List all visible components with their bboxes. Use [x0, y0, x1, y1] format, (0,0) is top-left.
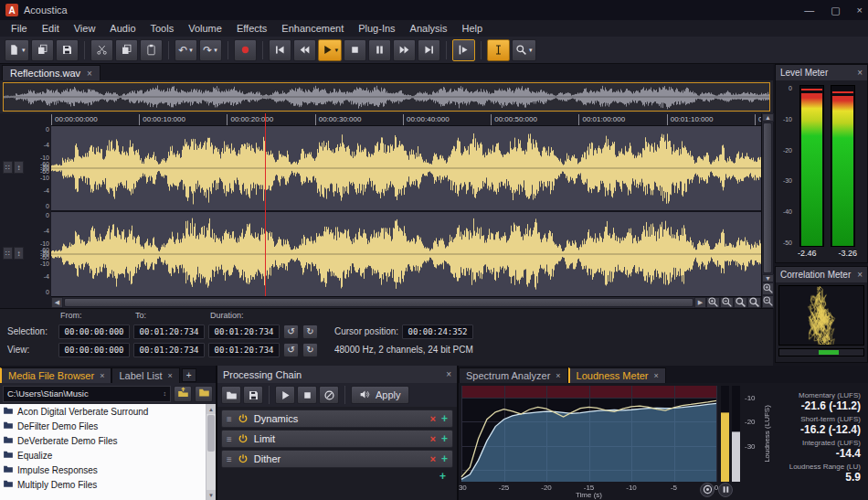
menu-item-analysis[interactable]: Analysis	[403, 20, 455, 37]
power-icon[interactable]	[238, 453, 249, 464]
selection-duration-field[interactable]: 00:01:20:734	[208, 324, 280, 339]
channel2-grip-icon[interactable]: ∷	[3, 247, 13, 260]
scroll-right-icon[interactable]: ▶	[694, 297, 706, 308]
horizontal-scroll-thumb[interactable]	[64, 298, 693, 307]
tab-media-file-browser[interactable]: Media File Browser ×	[0, 367, 111, 383]
play-from-cursor-button[interactable]	[452, 39, 475, 61]
menu-item-plugins[interactable]: Plug-Ins	[351, 20, 402, 37]
correlation-meter-close-icon[interactable]: ×	[857, 270, 863, 280]
selection-redo-button[interactable]: ↻	[302, 324, 318, 339]
cursor-position-field[interactable]: 00:00:24:352	[402, 324, 473, 339]
new-file-button[interactable]: ▾	[5, 39, 29, 61]
tab-label-list[interactable]: Label List ×	[111, 367, 179, 383]
media-folder-row[interactable]: Multiply Demo Files	[0, 477, 206, 492]
loudness-pause-button[interactable]	[718, 483, 733, 497]
media-tab-close-icon[interactable]: ×	[100, 371, 104, 380]
zoom-full-button[interactable]	[747, 297, 761, 308]
channel1-resize-icon[interactable]: ↕	[14, 161, 24, 174]
chain-bypass-button[interactable]	[319, 386, 339, 404]
vzoom-out-button[interactable]	[762, 295, 774, 308]
media-folder-row[interactable]: Acon Digital Verberate Surround	[0, 404, 206, 419]
media-folder-row[interactable]: DeVerberate Demo Files	[0, 433, 206, 448]
chain-item-limit[interactable]: ≡Limit×+	[221, 430, 453, 448]
level-meter-close-icon[interactable]: ×	[857, 68, 863, 78]
zoom-out-button[interactable]	[720, 297, 734, 308]
chain-open-button[interactable]	[221, 386, 241, 404]
media-path-combobox[interactable]: C:\Users\Stian\Music ↕	[3, 386, 171, 402]
paste-button[interactable]	[140, 39, 163, 61]
scroll-down-icon[interactable]: ▼	[762, 274, 774, 282]
channel1-grip-icon[interactable]: ∷	[3, 161, 13, 174]
zoom-in-button[interactable]	[706, 297, 720, 308]
add-effect-icon[interactable]: +	[441, 432, 448, 445]
view-duration-field[interactable]: 00:01:20:734	[208, 343, 280, 357]
media-scroll-thumb[interactable]	[207, 415, 215, 452]
tab-spectrum-analyzer[interactable]: Spectrum Analyzer ×	[459, 367, 568, 383]
save-button[interactable]	[56, 39, 79, 61]
chain-item-dither[interactable]: ≡Dither×+	[221, 450, 453, 468]
timeline-ruler[interactable]: 00:00:00:00000:00:10:00000:00:20:00000:0…	[51, 113, 761, 126]
menu-item-file[interactable]: File	[4, 20, 35, 37]
goto-end-button[interactable]	[418, 39, 440, 61]
loudness-reset-button[interactable]	[700, 483, 715, 497]
pause-button[interactable]	[368, 39, 391, 61]
processing-chain-close-icon[interactable]: ×	[446, 369, 451, 379]
minimize-button[interactable]: —	[804, 5, 814, 16]
media-scroll-down-icon[interactable]: ▼	[206, 490, 216, 500]
remove-effect-icon[interactable]: ×	[430, 453, 436, 464]
playback-cursor[interactable]	[265, 113, 266, 296]
channel2-resize-icon[interactable]: ↕	[14, 247, 24, 260]
media-scroll-up-icon[interactable]: ▲	[206, 404, 216, 414]
menu-item-help[interactable]: Help	[455, 20, 491, 37]
overview-selection-frame[interactable]	[3, 82, 770, 112]
media-folder-row[interactable]: DeFilter Demo Files	[0, 419, 206, 433]
remove-effect-icon[interactable]: ×	[430, 413, 436, 424]
waveform-channel-left[interactable]	[51, 126, 761, 210]
menu-item-enhancement[interactable]: Enhancement	[274, 20, 351, 37]
fast-forward-button[interactable]	[393, 39, 416, 61]
browse-folder-button[interactable]	[195, 386, 213, 402]
media-folder-row[interactable]: Equalize	[0, 448, 206, 463]
close-button[interactable]: ×	[857, 5, 863, 16]
drag-handle-icon[interactable]: ≡	[227, 414, 232, 424]
folder-up-button[interactable]	[174, 386, 192, 402]
tab-loudness-meter[interactable]: Loudness Meter ×	[568, 367, 666, 383]
maximize-button[interactable]: ▢	[831, 5, 840, 16]
waveform-channel-right[interactable]	[51, 212, 761, 296]
zoom-tool-button[interactable]: ▾	[512, 39, 536, 61]
document-tab[interactable]: Reflections.wav ×	[2, 65, 101, 80]
chain-save-button[interactable]	[243, 386, 263, 404]
menu-item-tools[interactable]: Tools	[143, 20, 182, 37]
horizontal-scrollbar[interactable]: ◀ ▶	[51, 296, 761, 308]
vzoom-in-button[interactable]	[762, 282, 774, 295]
remove-effect-icon[interactable]: ×	[430, 433, 436, 444]
menu-item-volume[interactable]: Volume	[181, 20, 229, 37]
document-tab-close-icon[interactable]: ×	[87, 69, 92, 79]
view-to-field[interactable]: 00:01:20:734	[133, 343, 205, 357]
power-icon[interactable]	[238, 413, 249, 424]
menu-item-view[interactable]: View	[67, 20, 103, 37]
stop-button[interactable]	[344, 39, 366, 61]
media-folder-row[interactable]: Impulse Responses	[0, 463, 206, 477]
label-list-close-icon[interactable]: ×	[168, 371, 173, 380]
chain-item-dynamics[interactable]: ≡Dynamics×+	[221, 410, 453, 428]
selection-from-field[interactable]: 00:00:00:000	[58, 324, 130, 339]
add-effect-icon[interactable]: +	[441, 412, 448, 425]
menu-item-effects[interactable]: Effects	[229, 20, 274, 37]
zoom-selection-button[interactable]	[734, 297, 747, 308]
redo-button[interactable]: ↷▾	[199, 39, 222, 61]
menu-item-edit[interactable]: Edit	[35, 20, 67, 37]
drag-handle-icon[interactable]: ≡	[227, 434, 232, 444]
selection-undo-button[interactable]: ↺	[283, 324, 299, 339]
scroll-up-icon[interactable]: ▲	[762, 113, 774, 122]
power-icon[interactable]	[238, 433, 249, 444]
copy-button[interactable]	[115, 39, 138, 61]
selection-to-field[interactable]: 00:01:20:734	[133, 324, 205, 339]
media-list-scrollbar[interactable]: ▲ ▼	[206, 404, 216, 500]
add-effect-icon[interactable]: +	[441, 452, 448, 465]
add-tab-button[interactable]: +	[182, 368, 196, 382]
chain-play-button[interactable]	[275, 386, 295, 404]
vertical-scrollbar[interactable]: ▲ ▼	[761, 113, 773, 308]
play-button[interactable]: ▾	[318, 39, 343, 61]
drag-handle-icon[interactable]: ≡	[227, 454, 232, 464]
